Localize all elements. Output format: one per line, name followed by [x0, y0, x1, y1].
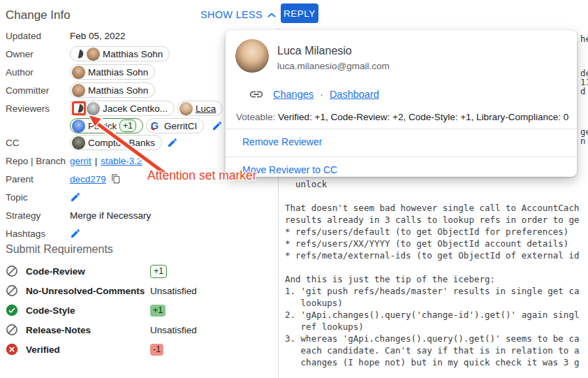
chevron-up-icon [267, 12, 277, 18]
annotation-label: Attention set marker [147, 168, 257, 183]
avatar [72, 84, 85, 97]
vote-chip[interactable]: +1 [150, 265, 167, 278]
row-topic: Topic [6, 188, 278, 206]
text-fragment: d [580, 86, 586, 96]
requirement-status: Unsatisfied [150, 325, 197, 335]
avatar [87, 102, 100, 115]
attention-set-icon[interactable] [74, 49, 84, 59]
field-label: Hashtags [6, 228, 70, 239]
dashboard-link[interactable]: Dashboard [330, 89, 379, 100]
committer-chip[interactable]: Matthias Sohn [70, 82, 155, 98]
row-strategy: Strategy Merge if Necessary [6, 206, 278, 224]
commit-message-text: unlock That doesn't seem bad however sin… [285, 178, 588, 368]
avatar-large [235, 39, 269, 73]
text-fragment: he [580, 34, 588, 44]
cc-name: Compton Banks [88, 138, 155, 148]
field-label: Owner [6, 49, 70, 59]
requirement-row: Verified -1 [6, 340, 277, 359]
pencil-icon [70, 191, 81, 203]
avatar [72, 136, 85, 150]
gerrit-logo-icon: G [148, 119, 161, 133]
pencil-icon [167, 137, 178, 148]
edit-cc-button[interactable] [167, 137, 178, 148]
committer-name: Matthias Sohn [88, 85, 148, 96]
edit-reviewers-button[interactable] [212, 120, 223, 131]
edit-hashtags-button[interactable] [70, 228, 81, 239]
branch-link[interactable]: stable-3.2 [101, 156, 142, 166]
requirement-name: Code-Review [26, 266, 150, 277]
avatar [72, 66, 85, 79]
voteable-value: Verified: +1, Code-Review: +2, Code-Styl… [278, 112, 568, 122]
edit-topic-button[interactable] [70, 191, 81, 203]
field-label: Topic [6, 192, 70, 203]
author-name: Matthias Sohn [88, 67, 148, 78]
hovercard-email: luca.milanesio@gmail.com [277, 61, 390, 71]
field-label: Strategy [6, 210, 70, 221]
show-less-button[interactable]: SHOW LESS [200, 9, 277, 20]
reviewer-chip-jacek[interactable]: Jacek Centko... [70, 101, 175, 116]
requirement-row: Release-Notes Unsatisfied [6, 320, 277, 340]
requirement-name: Release-Notes [26, 325, 150, 335]
owner-chip[interactable]: Matthias Sohn [70, 46, 170, 61]
reviewer-chip-gerritci[interactable]: G GerritCI [146, 118, 204, 133]
x-circle-icon [6, 343, 18, 356]
strategy-value: Merge if Necessary [70, 210, 151, 221]
avatar [72, 119, 85, 133]
field-label: Author [6, 67, 70, 78]
requirement-status: Unsatisfied [150, 286, 197, 296]
reviewer-name: Patrick [88, 121, 117, 131]
pencil-icon [212, 120, 223, 131]
parent-commit-link[interactable]: decd279 [70, 174, 106, 184]
submit-requirements-title: Submit Requirements [6, 243, 277, 256]
requirement-row: No-Unresolved-Comments Unsatisfied [6, 281, 277, 300]
field-label: Updated [6, 31, 70, 41]
voteable-row: Voteable: Verified: +1, Code-Review: +2,… [236, 112, 571, 122]
requirement-row: Code-Style +1 [6, 300, 277, 320]
copy-button[interactable] [111, 174, 121, 184]
page-title: Change Info [6, 8, 71, 22]
owner-name: Matthias Sohn [103, 49, 163, 59]
reviewer-hovercard: Luca Milanesio luca.milanesio@gmail.com … [226, 30, 577, 177]
show-less-label: SHOW LESS [200, 9, 263, 20]
hovercard-name: Luca Milanesio [277, 45, 352, 57]
field-label: CC [6, 138, 70, 148]
link-icon [249, 87, 264, 102]
reviewer-name: GerritCI [164, 121, 197, 131]
divider [226, 157, 577, 157]
copy-icon [111, 174, 121, 184]
repo-link[interactable]: gerrit [70, 156, 91, 166]
changes-link[interactable]: Changes [273, 89, 314, 100]
remove-reviewer-button[interactable]: Remove Reviewer [242, 136, 322, 147]
blocked-icon [6, 265, 18, 277]
requirement-name: Verified [26, 344, 150, 355]
avatar [87, 48, 100, 61]
field-label: Reviewers [6, 101, 70, 114]
reviewer-name: Jacek Centko... [103, 103, 168, 114]
vote-chip[interactable]: -1 [150, 344, 163, 356]
check-circle-icon [6, 304, 18, 317]
blocked-icon [6, 324, 18, 336]
author-chip[interactable]: Matthias Sohn [70, 64, 155, 80]
field-label: Parent [6, 174, 70, 184]
field-label: Repo | Branch [6, 156, 70, 166]
blocked-icon [6, 284, 18, 297]
reply-button[interactable]: REPLY [281, 3, 318, 23]
vote-chip[interactable]: +1 [150, 305, 166, 317]
field-label: Committer [6, 85, 70, 96]
reviewer-name-link[interactable]: Luca [196, 103, 216, 114]
vote-badge: +1 [119, 119, 136, 132]
row-hashtags: Hashtags [6, 224, 278, 242]
reviewer-chip-patrick[interactable]: Patrick +1 [70, 118, 143, 133]
repo-branch-separator: | [95, 156, 98, 166]
submit-requirements-section: Submit Requirements Code-Review +1 No-Un… [6, 243, 277, 359]
reviewer-chip-luca[interactable]: Luca [177, 101, 223, 116]
updated-value: Feb 05, 2022 [70, 31, 126, 41]
cc-chip[interactable]: Compton Banks [70, 135, 162, 150]
divider [226, 129, 577, 129]
text-fragment: n [580, 136, 586, 146]
requirement-name: No-Unresolved-Comments [26, 286, 150, 296]
requirement-name: Code-Style [26, 305, 150, 316]
requirement-row: Code-Review +1 [6, 261, 277, 281]
attention-set-icon-highlighted[interactable] [74, 103, 84, 113]
svg-text:G: G [151, 120, 159, 131]
